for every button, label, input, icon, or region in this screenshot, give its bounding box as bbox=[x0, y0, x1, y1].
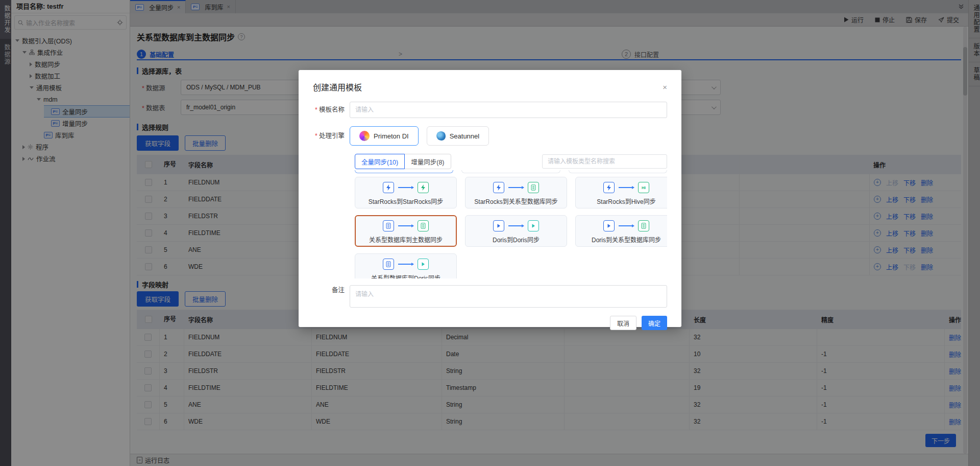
engine-label: 处理引擎 bbox=[313, 128, 350, 144]
arrow-right-icon bbox=[508, 187, 524, 188]
arrow-right-icon bbox=[619, 187, 634, 188]
starrocks-icon bbox=[383, 182, 394, 193]
card-starrocks-to-rdb[interactable]: StarRocks到关系型数据库同步 bbox=[465, 177, 567, 208]
starrocks-icon bbox=[603, 182, 615, 193]
remark-textarea[interactable] bbox=[350, 285, 667, 308]
engine-row: 处理引擎 Primeton DI Seatunnel bbox=[313, 126, 667, 146]
database-doc-icon bbox=[638, 220, 649, 231]
template-name-input[interactable] bbox=[350, 102, 667, 118]
doris-icon bbox=[418, 259, 429, 270]
database-doc-icon bbox=[383, 259, 394, 270]
close-icon[interactable]: × bbox=[663, 83, 667, 91]
engine-seatunnel[interactable]: Seatunnel bbox=[427, 126, 489, 146]
tab-incr-sync-templates[interactable]: 增量同步(8) bbox=[404, 154, 451, 169]
arrow-right-icon bbox=[398, 187, 413, 188]
seatunnel-logo-icon bbox=[436, 131, 446, 141]
card-doris-to-doris[interactable]: Doris到Doris同步 bbox=[465, 215, 567, 247]
starrocks-icon bbox=[418, 182, 429, 193]
engine-primeton-di[interactable]: Primeton DI bbox=[350, 126, 419, 146]
card-doris-to-rdb[interactable]: Doris到关系型数据库同步 bbox=[575, 215, 667, 247]
template-type-tabs: 全量同步(10) 增量同步(8) bbox=[355, 154, 667, 169]
starrocks-icon bbox=[493, 182, 504, 193]
card-starrocks-to-hive[interactable]: HI StarRocks到Hive同步 bbox=[575, 177, 667, 208]
card-rdb-to-masterdata[interactable]: 关系型数据库到主数据同步 bbox=[355, 215, 457, 247]
arrow-right-icon bbox=[619, 225, 634, 226]
modal-title: 创建通用模板 bbox=[313, 81, 362, 93]
database-doc-icon bbox=[383, 220, 394, 231]
tab-full-sync-templates[interactable]: 全量同步(10) bbox=[355, 154, 405, 169]
doris-icon bbox=[603, 220, 615, 231]
cancel-button[interactable]: 取消 bbox=[610, 316, 636, 330]
remark-row: 备注 bbox=[313, 285, 667, 308]
template-search-input[interactable] bbox=[542, 154, 667, 169]
create-template-modal: 创建通用模板 × 模板名称 处理引擎 Primeton DI Seatunnel… bbox=[299, 70, 681, 327]
template-cards-scroll-area[interactable]: StarRocks到StarRocks同步 StarRocks到关系型数据库同步… bbox=[355, 170, 667, 278]
arrow-right-icon bbox=[398, 225, 413, 226]
database-doc-icon bbox=[418, 220, 429, 231]
doris-icon bbox=[493, 220, 504, 231]
primeton-logo-icon bbox=[359, 131, 370, 141]
confirm-button[interactable]: 确定 bbox=[642, 316, 667, 330]
doris-icon bbox=[528, 220, 539, 231]
template-name-label: 模板名称 bbox=[313, 102, 350, 118]
card-starrocks-to-starrocks[interactable]: StarRocks到StarRocks同步 bbox=[355, 177, 457, 208]
remark-label: 备注 bbox=[313, 285, 350, 308]
card-rdb-to-doris[interactable]: 关系型数据库到Doris同步 bbox=[355, 253, 457, 278]
arrow-right-icon bbox=[508, 225, 524, 226]
hive-icon: HI bbox=[638, 182, 649, 193]
database-doc-icon bbox=[528, 182, 539, 193]
template-name-row: 模板名称 bbox=[313, 102, 667, 118]
arrow-right-icon bbox=[398, 264, 413, 265]
